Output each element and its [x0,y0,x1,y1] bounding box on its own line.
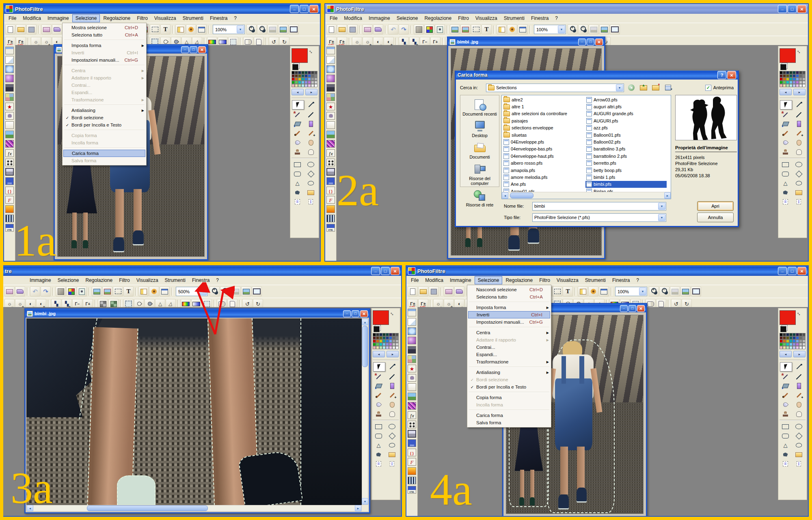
menubar-item-finestra[interactable]: Finestra [207,14,231,22]
fit-window-icon[interactable] [268,24,278,34]
palette-color[interactable] [786,84,789,87]
palette-color[interactable] [311,74,314,77]
close-button[interactable] [360,310,368,317]
menubar-item-regolazione[interactable]: Regolazione [421,14,455,22]
palette-color[interactable] [298,71,301,74]
palette-color[interactable] [786,340,789,343]
wand-tool-icon[interactable] [292,110,303,119]
window-titlebar[interactable]: PhotoFiltre [4,4,320,14]
folder-shape-icon[interactable] [793,450,805,459]
file-item-amore-melodia-pfs[interactable]: amore melodia.pfs [503,174,584,180]
hand-tool-icon[interactable] [793,410,805,418]
folder-item-altre-1[interactable]: altre 1 [503,103,584,110]
palette-color[interactable] [793,343,796,346]
select-rect-icon[interactable] [113,286,123,297]
menu-item-salva-forma[interactable]: Salva forma [63,157,145,164]
coord-shape-icon[interactable] [780,198,791,206]
file-item-balloon01-pfs[interactable]: Balloon01.pfs [585,131,667,138]
palette-color[interactable] [786,71,789,74]
close-button[interactable] [309,5,318,13]
diamond-shape-icon[interactable] [793,170,805,178]
palette-color[interactable] [389,346,392,349]
palette-prev-button[interactable] [780,351,792,357]
scan-icon[interactable] [15,286,25,297]
palette-color[interactable] [796,77,799,81]
script-module-icon[interactable] [408,458,416,466]
palette-color[interactable] [389,343,392,346]
dropper-tool-icon[interactable] [793,362,805,371]
file-item-auguri-altri-pfs[interactable]: auguri altri.pfs [585,103,667,110]
polygon-shape-icon[interactable] [373,450,384,459]
palette-color[interactable] [799,340,802,343]
diamond-shape-icon[interactable] [793,432,805,440]
page-module-icon[interactable] [5,121,14,129]
menubar-item-[interactable]: ? [633,276,642,284]
palette-color[interactable] [376,343,379,346]
palette-color[interactable] [786,336,789,340]
palette-color[interactable] [796,340,799,343]
palette-color[interactable] [292,77,295,81]
plugins-icon[interactable] [507,24,517,34]
screen-module-icon[interactable] [408,327,416,335]
hand-tool-icon[interactable] [305,148,317,156]
line-tool-icon[interactable] [793,372,805,381]
star-module-icon[interactable] [408,365,416,372]
undo-icon[interactable] [388,24,398,34]
palette-color[interactable] [382,336,386,340]
brush-tool-icon[interactable] [292,129,303,138]
palette-color[interactable] [301,74,304,77]
palette-color[interactable] [789,74,793,77]
save2000-module-icon[interactable] [408,439,416,447]
swap-colors-icon[interactable] [796,309,803,317]
paw-module-icon[interactable] [326,112,335,120]
close-button[interactable] [595,39,603,45]
ellipse-shape-icon[interactable] [793,160,805,169]
screen-module-icon[interactable] [326,65,335,73]
menubar-item-filtro[interactable]: Filtro [536,276,553,284]
look-in-combo[interactable]: Selections [486,84,624,92]
palette-color[interactable] [314,77,317,81]
background-color-swatch[interactable] [780,64,786,70]
image-window-titlebar[interactable]: bimbi .jpg [448,38,604,46]
palette-color[interactable] [802,343,806,346]
text-icon[interactable] [563,286,573,297]
file-item-albero-rosso-pfs[interactable]: albero rosso.pfs [503,160,584,167]
maximize-button[interactable] [628,305,636,312]
palette-color[interactable] [796,74,799,77]
combo-arrow-icon[interactable] [558,26,565,33]
zoom-in-icon[interactable] [568,24,578,34]
palette-color[interactable] [799,346,802,349]
palette-color[interactable] [793,84,796,87]
plugins-icon[interactable] [588,286,598,297]
palette-prev-button[interactable] [373,351,385,357]
frame-module-icon[interactable] [5,168,14,176]
palette-color[interactable] [802,336,806,340]
camera-module-icon[interactable] [5,84,14,92]
file-item-balloon02-pfs[interactable]: Balloon02.pfs [585,138,667,145]
blur-tool-icon[interactable] [292,138,303,147]
full-size-icon[interactable] [241,286,251,297]
palette-color[interactable] [783,343,786,346]
text-icon[interactable] [123,286,134,297]
gradient-module-icon[interactable] [5,205,14,213]
minimize-button[interactable] [578,39,586,45]
page-module-icon[interactable] [408,383,416,391]
menubar-item-strumenti[interactable]: Strumenti [501,14,528,22]
place-risorse-di-rete[interactable]: Risorse di rete [462,189,498,207]
minimize-button[interactable] [290,5,299,13]
explorer-icon[interactable] [497,24,507,34]
brackets-module-icon[interactable] [5,187,14,194]
swap-colors-icon[interactable] [308,47,315,55]
palette-color[interactable] [789,81,793,84]
back-icon[interactable] [626,83,636,92]
palette-color[interactable] [389,336,392,340]
combo-arrow-icon[interactable] [237,26,244,33]
landscape-module-icon[interactable] [326,131,335,138]
scroll-up-icon[interactable] [362,319,368,325]
menu-item-antialiasing[interactable]: Antialiasing [468,369,550,376]
histogram-module-icon[interactable] [5,215,14,222]
duplicate-module-icon[interactable] [408,318,416,326]
maximize-button[interactable] [300,5,309,13]
paw-module-icon[interactable] [5,112,14,120]
landscape-module-icon[interactable] [408,393,416,400]
